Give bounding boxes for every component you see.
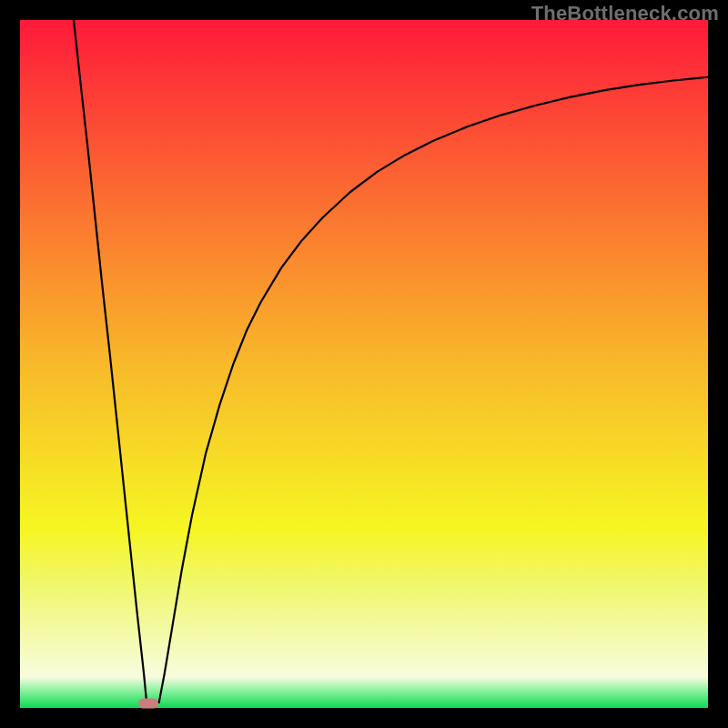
optimal-point-marker xyxy=(138,698,158,708)
chart-frame: TheBottleneck.com xyxy=(0,0,728,728)
gradient-background xyxy=(20,20,708,708)
bottleneck-chart xyxy=(20,20,708,708)
